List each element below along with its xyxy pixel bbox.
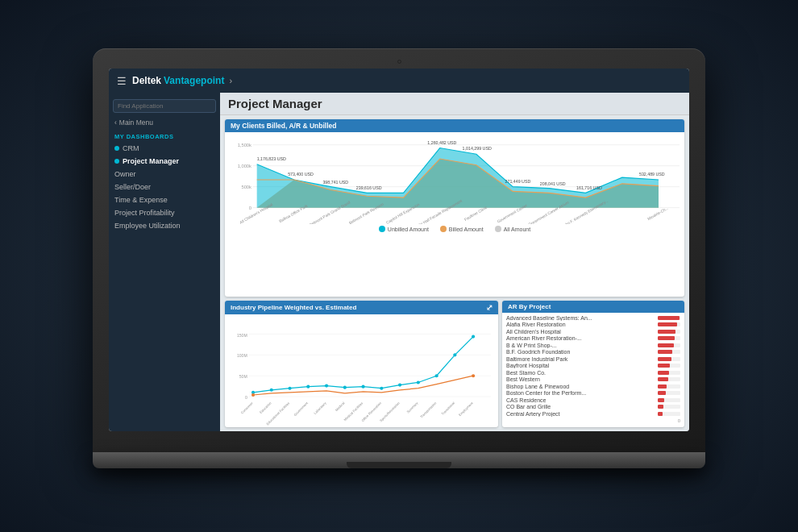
search-input[interactable] <box>113 99 216 113</box>
sidebar-item-crm[interactable]: CRM <box>109 142 220 155</box>
svg-text:Sports/Recreation: Sports/Recreation <box>379 401 401 422</box>
sidebar: ‹ Main Menu MY DASHBOARDS CRM Project Ma… <box>109 93 220 431</box>
svg-point-41 <box>325 384 328 387</box>
webcam <box>397 60 401 64</box>
svg-point-49 <box>472 335 475 338</box>
svg-text:1,000k: 1,000k <box>238 164 251 168</box>
svg-point-40 <box>306 385 310 389</box>
svg-point-50 <box>251 393 255 397</box>
svg-text:573,400 USD: 573,400 USD <box>288 172 314 177</box>
svg-text:208,041 USD: 208,041 USD <box>540 181 566 186</box>
svg-text:1,014,299 USD: 1,014,299 USD <box>463 146 492 151</box>
sidebar-item-project-manager[interactable]: Project Manager <box>109 155 220 168</box>
area-chart: 1,500k 1,000k 500k 0 <box>230 135 680 224</box>
svg-text:150M: 150M <box>237 333 247 338</box>
svg-text:Transportation: Transportation <box>419 401 438 419</box>
ar-item: Best Stamo Co. <box>506 370 680 376</box>
section-label: MY DASHBOARDS <box>109 131 220 142</box>
ar-item: Bishop Lane & Pinewood <box>506 384 680 389</box>
ar-by-project-card: AR By Project Advanced Baseline Systems:… <box>502 301 684 427</box>
svg-text:0: 0 <box>245 395 247 400</box>
top-bar: ☰ Deltek Vantagepoint › <box>109 69 689 93</box>
ar-item: All Children's Hospital <box>506 329 680 335</box>
svg-point-47 <box>435 374 438 377</box>
svg-point-48 <box>453 353 456 356</box>
line-chart: 150M 100M 50M 0 <box>228 318 495 426</box>
svg-text:Government: Government <box>293 401 309 417</box>
ar-item: Baltimore Industrial Park <box>506 356 680 362</box>
ar-item: CO Bar and Grille <box>506 404 680 409</box>
legend-billed: Billed Amount <box>440 226 484 232</box>
ar-item: B.F. Goodrich Foundation <box>506 349 680 355</box>
svg-text:All Children's Hospital: All Children's Hospital <box>239 202 274 224</box>
ar-item: American River Restoration-... <box>506 335 680 341</box>
svg-text:398,741 USD: 398,741 USD <box>322 180 348 185</box>
ar-chart-header: AR By Project <box>502 301 684 313</box>
sidebar-item-time-expense[interactable]: Time & Expense <box>109 193 220 206</box>
svg-text:161,716 USD: 161,716 USD <box>576 186 602 191</box>
ar-item: Alafia River Restoration <box>506 322 680 327</box>
svg-point-39 <box>288 387 291 390</box>
expand-icon[interactable]: ⤢ <box>486 303 493 312</box>
svg-point-38 <box>270 389 273 392</box>
chart-legend: Unbilled Amount Billed Amount <box>230 226 680 232</box>
hamburger-icon[interactable]: ☰ <box>117 75 127 87</box>
svg-text:0: 0 <box>249 206 251 210</box>
bottom-left-chart-title: Industry Pipeline Weighted vs. Estimated <box>231 304 356 311</box>
svg-text:532,489 USD: 532,489 USD <box>639 172 665 177</box>
main-content: Project Manager My Clients Billed, A/R &… <box>220 93 689 431</box>
svg-text:500k: 500k <box>241 185 251 189</box>
svg-point-51 <box>472 374 475 377</box>
page-title: Project Manager <box>220 93 689 115</box>
svg-point-46 <box>417 380 420 384</box>
sidebar-item-seller-doer[interactable]: Seller/Doer <box>109 181 220 193</box>
legend-all: All Amount <box>495 226 530 232</box>
svg-text:1,500k: 1,500k <box>238 143 251 148</box>
ar-item: Best Western <box>506 376 680 382</box>
ar-list: Advanced Baseline Systems: An... Alafia … <box>502 313 684 427</box>
svg-point-43 <box>362 385 365 389</box>
svg-text:239,616 USD: 239,616 USD <box>356 185 382 190</box>
svg-text:Medical: Medical <box>335 401 346 412</box>
svg-text:1,176,823 USD: 1,176,823 USD <box>257 156 286 161</box>
bottom-left-chart-card: Industry Pipeline Weighted vs. Estimated… <box>225 301 498 427</box>
ar-item: Bayfront Hospital <box>506 363 680 368</box>
svg-point-44 <box>380 387 383 390</box>
svg-point-42 <box>343 386 347 389</box>
brand-name: Deltek <box>132 75 161 86</box>
ar-item: B & W Print Shop-... <box>506 343 680 348</box>
sidebar-item-employee-utilization[interactable]: Employee Utilization <box>109 219 220 232</box>
top-chart-card: My Clients Billed, A/R & Unbilled <box>225 119 684 297</box>
svg-text:271,449 USD: 271,449 USD <box>505 179 531 184</box>
svg-text:1,260,482 USD: 1,260,482 USD <box>427 140 456 145</box>
svg-text:Transitional: Transitional <box>441 401 456 416</box>
top-chart-header: My Clients Billed, A/R & Unbilled <box>225 119 684 132</box>
svg-text:100M: 100M <box>237 353 247 358</box>
back-button[interactable]: ‹ Main Menu <box>109 117 220 128</box>
svg-text:Summary: Summary <box>406 401 420 414</box>
legend-unbilled: Unbilled Amount <box>379 226 429 232</box>
svg-text:Consumer: Consumer <box>240 401 254 414</box>
svg-text:Minatrie-Ch...: Minatrie-Ch... <box>647 206 669 222</box>
svg-text:Employment: Employment <box>458 401 474 417</box>
sidebar-item-project-profitability[interactable]: Project Profitability <box>109 206 220 219</box>
ar-item: Boston Center for the Perform... <box>506 390 680 396</box>
svg-text:Education: Education <box>259 401 272 414</box>
sidebar-item-owner[interactable]: Owner <box>109 168 220 181</box>
breadcrumb-arrow: › <box>229 76 232 85</box>
svg-point-45 <box>398 383 401 386</box>
ar-item: Central Artery Project <box>506 411 680 417</box>
svg-text:50M: 50M <box>239 374 247 379</box>
ar-item: Advanced Baseline Systems: An... <box>506 315 680 321</box>
brand-accent: Vantagepoint <box>164 75 224 86</box>
svg-text:Laboratory: Laboratory <box>313 401 327 415</box>
ar-item: CAS Residence <box>506 397 680 403</box>
